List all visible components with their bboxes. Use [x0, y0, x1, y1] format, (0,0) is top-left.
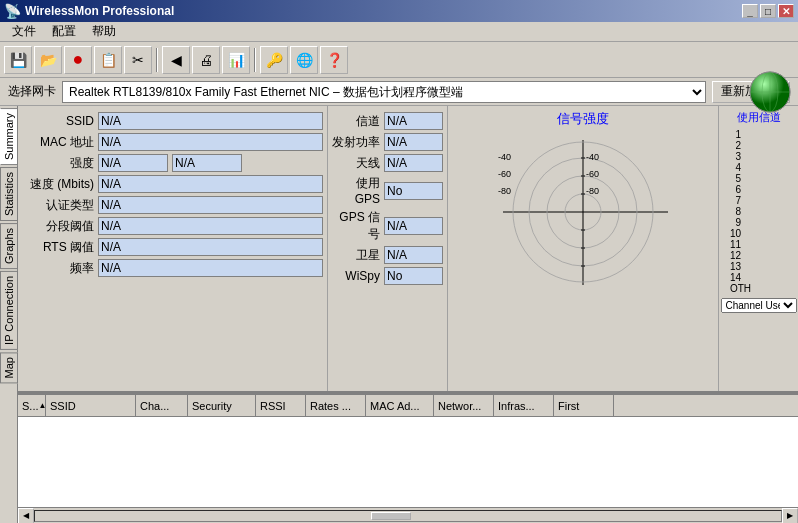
col-rates[interactable]: Rates ...: [306, 395, 366, 417]
speed-value: N/A: [98, 175, 323, 193]
svg-text:-60: -60: [498, 169, 511, 179]
txpower-label: 发射功率: [332, 134, 380, 151]
frag-row: 分段阈值 N/A: [22, 217, 323, 235]
gps-use-label: 使用 GPS: [332, 175, 380, 206]
toolbar-sep-1: [156, 48, 158, 72]
scroll-left-arrow[interactable]: ◀: [18, 508, 34, 524]
col-ssid[interactable]: SSID: [46, 395, 136, 417]
table-header: S... SSID Cha... Security RSSI Rates ...…: [18, 395, 798, 417]
save-button[interactable]: 💾: [4, 46, 32, 74]
menu-file[interactable]: 文件: [4, 21, 44, 42]
signal-panel: 信号强度: [448, 106, 718, 391]
nic-label: 选择网卡: [8, 83, 56, 100]
auth-label: 认证类型: [22, 197, 94, 214]
maximize-button[interactable]: □: [760, 4, 776, 18]
help-button[interactable]: ❓: [320, 46, 348, 74]
tab-statistics[interactable]: Statistics: [0, 167, 18, 221]
speed-row: 速度 (Mbits) N/A: [22, 175, 323, 193]
satellite-label: 卫星: [332, 247, 380, 264]
main-content: Summary Statistics Graphs IP Connection …: [0, 106, 798, 523]
app-icon: 📡: [4, 3, 21, 19]
mac-label: MAC 地址: [22, 134, 94, 151]
app-title: WirelessMon Professional: [25, 4, 174, 18]
ch2: 2: [721, 140, 796, 151]
col-first[interactable]: First: [554, 395, 614, 417]
rts-value: N/A: [98, 238, 323, 256]
wispy-value: No: [384, 267, 443, 285]
cut-button[interactable]: ✂: [124, 46, 152, 74]
minimize-button[interactable]: _: [742, 4, 758, 18]
col-security[interactable]: Security: [188, 395, 256, 417]
gps-signal-label: GPS 信号: [332, 209, 380, 243]
svg-text:-40: -40: [586, 152, 599, 162]
mac-value: N/A: [98, 133, 323, 151]
antenna-row: 天线 N/A: [332, 154, 443, 172]
back-button[interactable]: ◀: [162, 46, 190, 74]
col-infra[interactable]: Infras...: [494, 395, 554, 417]
nic-dropdown[interactable]: Realtek RTL8139/810x Family Fast Etherne…: [62, 81, 706, 103]
ch-oth: OTH: [721, 283, 796, 294]
right-info-panel: 信道 N/A 发射功率 N/A 天线 N/A 使用 GPS No GPS 信号: [328, 106, 448, 391]
close-button[interactable]: ✕: [778, 4, 794, 18]
ssid-label: SSID: [22, 114, 94, 128]
freq-label: 频率: [22, 260, 94, 277]
ch1: 1: [721, 129, 796, 140]
toolbar: 💾 📂 ● 📋 ✂ ◀ 🖨 📊 🔑 🌐 ❓: [0, 42, 798, 78]
gps-signal-value: N/A: [384, 217, 443, 235]
txpower-value: N/A: [384, 133, 443, 151]
speed-label: 速度 (Mbits): [22, 176, 94, 193]
frag-value: N/A: [98, 217, 323, 235]
ch11: 11: [721, 239, 796, 250]
satellite-value: N/A: [384, 246, 443, 264]
menu-config[interactable]: 配置: [44, 21, 84, 42]
h-scroll-thumb[interactable]: [371, 512, 411, 520]
col-mac[interactable]: MAC Ad...: [366, 395, 434, 417]
channel-label: 信道: [332, 113, 380, 130]
strength-row: 强度 N/A N/A: [22, 154, 323, 172]
ch10: 10: [721, 228, 796, 239]
frag-label: 分段阈值: [22, 218, 94, 235]
strength-value1: N/A: [98, 154, 168, 172]
rts-row: RTS 阈值 N/A: [22, 238, 323, 256]
txpower-row: 发射功率 N/A: [332, 133, 443, 151]
svg-text:-80: -80: [498, 186, 511, 196]
svg-text:-80: -80: [586, 186, 599, 196]
ch3: 3: [721, 151, 796, 162]
svg-text:-40: -40: [498, 152, 511, 162]
scroll-right-arrow[interactable]: ▶: [782, 508, 798, 524]
ch14: 14: [721, 272, 796, 283]
clipboard-button[interactable]: 📋: [94, 46, 122, 74]
col-rssi[interactable]: RSSI: [256, 395, 306, 417]
ch6: 6: [721, 184, 796, 195]
ch5: 5: [721, 173, 796, 184]
channel-list: 1 2 3 4 5 6 7 8 9 10 11 12 13 14 OTH: [721, 129, 796, 294]
signal-chart: -40 -60 -80 -40 -60 -80: [493, 130, 673, 290]
col-network[interactable]: Networ...: [434, 395, 494, 417]
col-s[interactable]: S...: [18, 395, 46, 417]
tab-map[interactable]: Map: [0, 352, 18, 383]
col-channel[interactable]: Cha...: [136, 395, 188, 417]
ch9: 9: [721, 217, 796, 228]
window-controls[interactable]: _ □ ✕: [742, 4, 794, 18]
signal-title: 信号强度: [557, 110, 609, 128]
tab-graphs[interactable]: Graphs: [0, 223, 18, 269]
wispy-row: WiSpy No: [332, 267, 443, 285]
print-button[interactable]: 🖨: [192, 46, 220, 74]
record-button[interactable]: ●: [64, 46, 92, 74]
mac-row: MAC 地址 N/A: [22, 133, 323, 151]
tab-summary[interactable]: Summary: [0, 108, 18, 165]
scrollbar-area: ◀ ▶: [18, 507, 798, 523]
vertical-tabs: Summary Statistics Graphs IP Connection …: [0, 106, 18, 523]
wispy-label: WiSpy: [332, 269, 380, 283]
auth-value: N/A: [98, 196, 323, 214]
channel-use-dropdown[interactable]: Channel Use (B/G: [721, 298, 797, 313]
ch7: 7: [721, 195, 796, 206]
freq-row: 频率 N/A: [22, 259, 323, 277]
chart-button[interactable]: 📊: [222, 46, 250, 74]
freq-value: N/A: [98, 259, 323, 277]
open-button[interactable]: 📂: [34, 46, 62, 74]
menu-help[interactable]: 帮助: [84, 21, 124, 42]
tab-ip-connection[interactable]: IP Connection: [0, 271, 18, 350]
key-button[interactable]: 🔑: [260, 46, 288, 74]
web-button[interactable]: 🌐: [290, 46, 318, 74]
